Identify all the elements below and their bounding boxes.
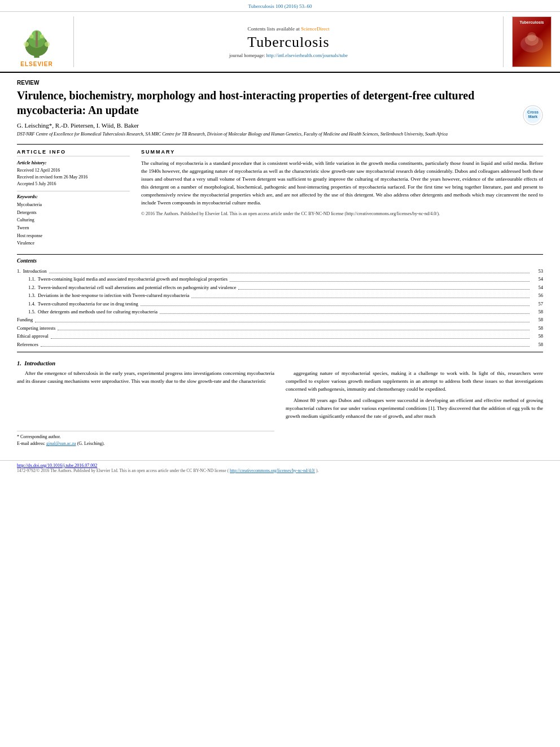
intro-right-col: aggregating nature of mycobacterial spec… xyxy=(286,370,543,448)
article-title: Virulence, biochemistry, morphology and … xyxy=(17,88,480,117)
list-item: References 58 xyxy=(17,340,543,348)
svg-rect-4 xyxy=(36,31,38,47)
contents-section: Contents 1. Introduction 53 1.1. Tween-c… xyxy=(17,254,543,352)
keywords-label: Keywords: xyxy=(17,194,130,199)
article-info-summary: ARTICLE INFO Article history: Received 1… xyxy=(17,144,543,247)
journal-info-center: Contents lists available at ScienceDirec… xyxy=(73,16,504,67)
page: Tuberculosis 100 (2016) 53–60 ELSEVIER xyxy=(0,0,560,747)
homepage-url[interactable]: http://intl.elsevierhealth.com/journals/… xyxy=(266,53,348,58)
list-item: Ethical approval 58 xyxy=(17,332,543,340)
list-item: 1.4. Tween-cultured mycobacteria for use… xyxy=(17,300,543,308)
svg-point-8 xyxy=(40,34,44,38)
science-direct-anchor[interactable]: ScienceDirect xyxy=(301,26,329,32)
science-direct-link: Contents lists available at ScienceDirec… xyxy=(248,26,330,32)
elsevier-logo-area: ELSEVIER xyxy=(6,16,68,67)
author-email[interactable]: ginal@sun.ac.za xyxy=(46,441,76,446)
introduction-section: 1. Introduction After the emergence of t… xyxy=(17,360,543,448)
elsevier-wordmark: ELSEVIER xyxy=(20,61,53,67)
journal-reference-bar: Tuberculosis 100 (2016) 53–60 xyxy=(0,0,560,12)
history-label: Article history: xyxy=(17,160,130,165)
journal-cover-thumbnail: Tuberculosis xyxy=(509,16,554,67)
authors: G. Leisching*, R.-D. Pietersen, I. Wiid,… xyxy=(17,122,543,129)
list-item: Competing interests 58 xyxy=(17,324,543,332)
intro-section-title: 1. Introduction xyxy=(17,360,543,366)
svg-point-11 xyxy=(527,32,536,41)
section-type-label: REVIEW xyxy=(17,80,543,86)
journal-title: Tuberculosis xyxy=(247,34,329,51)
list-item: 1.2. Tween-induced mycobacterial cell wa… xyxy=(17,283,543,291)
svg-point-6 xyxy=(45,42,50,47)
corresponding-author-note: * Corresponding author. xyxy=(17,434,274,440)
journal-reference: Tuberculosis 100 (2016) 53–60 xyxy=(248,3,312,9)
journal-header: ELSEVIER Contents lists available at Sci… xyxy=(0,12,560,73)
svg-text:Mark: Mark xyxy=(528,115,537,119)
journal-homepage: journal homepage: http://intl.elsevierhe… xyxy=(229,53,348,58)
footnote-area: * Corresponding author. E-mail address: … xyxy=(17,431,274,448)
svg-text:Cross: Cross xyxy=(527,110,539,114)
list-item: 1.5. Other detergents and methods used f… xyxy=(17,308,543,316)
keywords-list: Mycobacteria Detergents Culturing Tween … xyxy=(17,201,130,247)
received-date: Received 12 April 2016 Received in revis… xyxy=(17,167,130,187)
summary-column: SUMMARY The culturing of mycobacteria is… xyxy=(141,149,543,247)
doi-anchor[interactable]: http://dx.doi.org/10.1016/j.tube.2016.07… xyxy=(17,463,97,468)
summary-text: The culturing of mycobacteria is a stand… xyxy=(141,160,543,217)
list-item: 1. Introduction 53 xyxy=(17,267,543,275)
cover-art-icon xyxy=(515,24,549,58)
crossmark-badge: Cross Mark xyxy=(523,105,543,126)
article-info-header: ARTICLE INFO xyxy=(17,149,130,156)
cover-image: Tuberculosis xyxy=(512,16,552,67)
doi-link: http://dx.doi.org/10.1016/j.tube.2016.07… xyxy=(17,463,543,468)
intro-text-columns: After the emergence of tuberculosis in t… xyxy=(17,370,543,448)
svg-point-7 xyxy=(29,34,33,38)
open-access-notice: © 2016 The Authors. Published by Elsevie… xyxy=(141,211,543,217)
contents-title: Contents xyxy=(17,258,543,264)
email-note: E-mail address: ginal@sun.ac.za (G. Leis… xyxy=(17,440,274,447)
elsevier-tree-icon xyxy=(11,26,62,60)
keywords-section: Keywords: Mycobacteria Detergents Cultur… xyxy=(17,191,130,247)
article-body: REVIEW Virulence, biochemistry, morpholo… xyxy=(0,73,560,455)
copyright-notice: 1472-9792/© 2016 The Authors. Published … xyxy=(17,468,543,473)
svg-point-5 xyxy=(24,42,29,47)
cover-title: Tuberculosis xyxy=(519,20,544,24)
list-item: 1.1. Tween-containing liquid media and a… xyxy=(17,275,543,283)
list-item: Funding 58 xyxy=(17,316,543,324)
summary-header: SUMMARY xyxy=(141,149,543,156)
license-link[interactable]: http://creativecommons.org/licenses/by-n… xyxy=(230,468,315,473)
list-item: 1.3. Deviations in the host-response to … xyxy=(17,291,543,299)
bottom-bar: http://dx.doi.org/10.1016/j.tube.2016.07… xyxy=(0,460,560,475)
contents-list: 1. Introduction 53 1.1. Tween-containing… xyxy=(17,267,543,348)
intro-left-col: After the emergence of tuberculosis in t… xyxy=(17,370,274,448)
article-info-column: ARTICLE INFO Article history: Received 1… xyxy=(17,149,130,247)
crossmark-icon: Cross Mark xyxy=(523,105,543,125)
affiliation: DST-NRF Centre of Excellence for Biomedi… xyxy=(17,131,543,137)
